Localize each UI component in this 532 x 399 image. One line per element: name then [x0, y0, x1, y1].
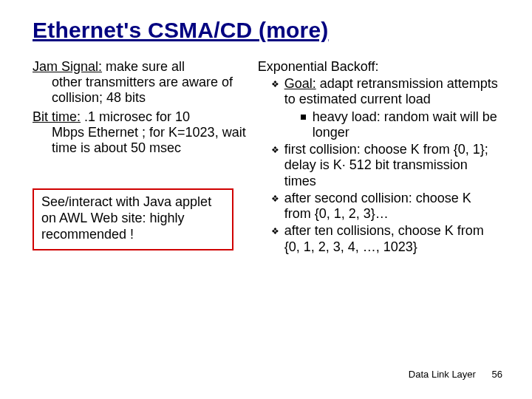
jam-signal-inline: make sure all: [102, 59, 185, 74]
slide: Ethernet's CSMA/CD (more) Jam Signal: ma…: [0, 0, 532, 399]
list-item: after ten collisions, choose K from {0, …: [271, 223, 499, 254]
bit-time-block: Bit time: .1 microsec for 10 Mbps Ethern…: [33, 109, 249, 157]
footer-section: Data Link Layer: [409, 369, 476, 380]
bit-time-inline: .1 microsec for 10: [81, 109, 190, 124]
columns: Jam Signal: make sure all other transmit…: [33, 59, 499, 256]
jam-signal-label: Jam Signal:: [33, 59, 102, 74]
goal-label: Goal:: [284, 76, 316, 91]
page-number: 56: [492, 369, 502, 380]
jam-signal-block: Jam Signal: make sure all other transmit…: [33, 59, 249, 106]
jam-signal-body: other transmitters are aware of collisio…: [33, 75, 249, 106]
callout-box: See/interact with Java applet on AWL Web…: [33, 188, 233, 250]
left-column: Jam Signal: make sure all other transmit…: [33, 59, 249, 256]
list-item: after second collision: choose K from {0…: [271, 191, 499, 222]
right-column: Exponential Backoff: Goal: adapt retrans…: [258, 59, 499, 256]
bit-time-body: Mbps Ethernet ; for K=1023, wait time is…: [33, 125, 249, 156]
goal-sublist: heavy load: random wait will be longer: [284, 109, 499, 140]
bit-time-label: Bit time:: [33, 109, 81, 124]
footer: Data Link Layer 56: [409, 369, 502, 380]
slide-title: Ethernet's CSMA/CD (more): [33, 18, 499, 43]
list-item: first collision: choose K from {0, 1}; d…: [271, 142, 499, 189]
backoff-list: Goal: adapt retransmission attempts to e…: [258, 76, 499, 255]
goal-text: adapt retransmission attempts to estimat…: [284, 76, 498, 106]
list-item: Goal: adapt retransmission attempts to e…: [271, 76, 499, 140]
backoff-heading: Exponential Backoff:: [258, 59, 499, 75]
list-item: heavy load: random wait will be longer: [301, 109, 499, 140]
